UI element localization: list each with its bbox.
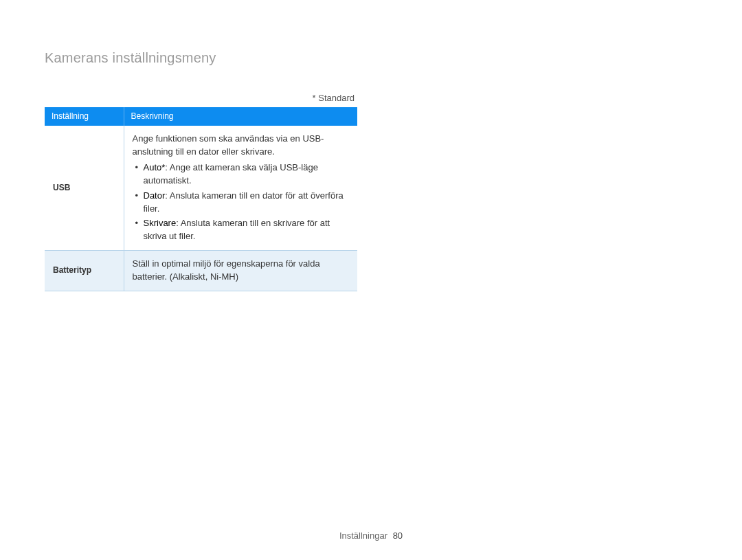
usb-option-auto-text: : Ange att kameran ska välja USB-läge au…: [144, 162, 318, 186]
footer-section: Inställningar: [339, 530, 387, 541]
footer-page-number: 80: [393, 530, 403, 541]
setting-desc-usb: Ange funktionen som ska användas via en …: [124, 126, 357, 250]
setting-desc-battery: Ställ in optimal miljö för egenskaperna …: [124, 251, 357, 291]
usb-option-auto: Auto*: Ange att kameran ska välja USB-lä…: [134, 161, 350, 188]
usb-option-dator-label: Dator: [144, 190, 166, 201]
table-row-usb: USB Ange funktionen som ska användas via…: [45, 126, 357, 250]
standard-note: * Standard: [45, 93, 357, 103]
usb-option-dator: Dator: Ansluta kameran till en dator för…: [134, 190, 350, 216]
content-area: * Standard Inställning Beskrivning USB A…: [45, 93, 357, 291]
usb-intro: Ange funktionen som ska användas via en …: [133, 133, 350, 159]
page-footer: Inställningar 80: [0, 530, 742, 541]
usb-option-auto-label: Auto*: [144, 162, 166, 172]
setting-name-usb: USB: [45, 126, 124, 250]
usb-option-skrivare: Skrivare: Ansluta kameran till en skriva…: [134, 217, 350, 243]
usb-options-list: Auto*: Ange att kameran ska välja USB-lä…: [133, 161, 350, 243]
battery-options: Alkaliskt, Ni-MH: [172, 271, 236, 282]
battery-text-after: ): [236, 271, 238, 282]
settings-table: Inställning Beskrivning USB Ange funktio…: [45, 107, 357, 291]
header-setting: Inställning: [45, 107, 124, 126]
usb-option-dator-text: : Ansluta kameran till en dator för att …: [144, 190, 344, 214]
usb-option-skrivare-label: Skrivare: [144, 218, 177, 228]
table-row-battery: Batterityp Ställ in optimal miljö för eg…: [45, 251, 357, 291]
header-description: Beskrivning: [124, 107, 357, 126]
page-title: Kamerans inställningsmeny: [45, 50, 216, 66]
setting-name-battery: Batterityp: [45, 251, 124, 291]
